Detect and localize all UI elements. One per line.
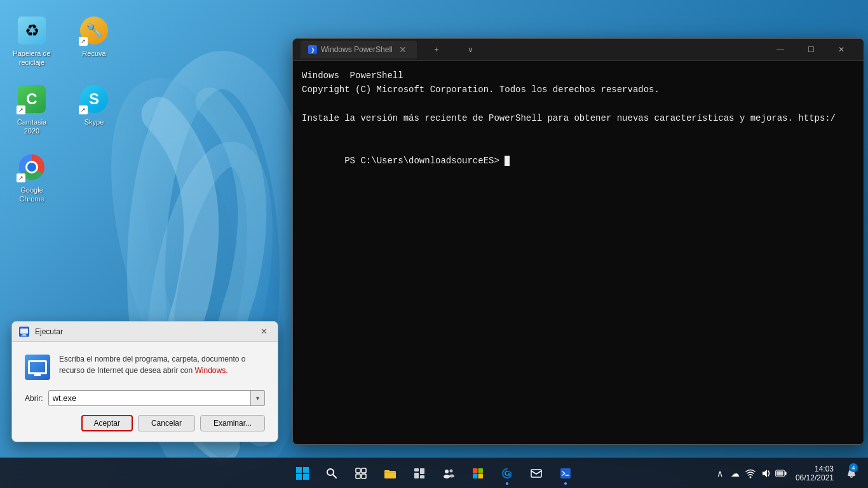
run-cancel-button[interactable]: Cancelar [138, 415, 195, 431]
svg-rect-13 [303, 467, 309, 473]
minimize-button[interactable]: — [766, 40, 795, 59]
svg-rect-24 [414, 468, 419, 471]
desktop: ♻ Papelera de reciclaje 🔧 ↗ Recuva C ↗ [0, 0, 868, 488]
widgets-button[interactable] [407, 461, 432, 486]
system-tray: ∧ ☁ [714, 468, 787, 479]
ps-line-4: Instale la versión más reciente de Power… [302, 111, 855, 125]
desktop-icons-container: ♻ Papelera de reciclaje 🔧 ↗ Recuva C ↗ [6, 13, 119, 207]
tab-dropdown-button[interactable]: ∨ [456, 40, 485, 59]
ps-line-3 [302, 97, 855, 111]
run-dialog-body: Escriba el nombre del programa, carpeta,… [12, 342, 278, 390]
start-button[interactable] [290, 461, 315, 486]
recycle-bin-icon: ♻ [18, 17, 46, 44]
file-explorer-button[interactable] [377, 461, 403, 486]
svg-rect-37 [560, 468, 571, 478]
edge-button[interactable] [494, 461, 520, 486]
run-input-row: Abrir: ▾ [12, 390, 278, 415]
run-dialog-icon [18, 326, 30, 337]
svg-rect-20 [356, 474, 360, 478]
svg-point-7 [27, 163, 36, 172]
taskbar-right: ∧ ☁ [714, 458, 868, 488]
powershell-content: Windows PowerShell Copyright (C) Microso… [293, 61, 864, 444]
mail-button[interactable] [524, 461, 549, 486]
clock-date: 06/12/2021 [796, 473, 834, 482]
tray-wifi-icon[interactable] [745, 468, 756, 479]
skype-icon-img: S ↗ [79, 84, 109, 114]
svg-rect-23 [384, 470, 390, 472]
svg-rect-12 [296, 467, 302, 473]
run-dialog-large-icon [25, 355, 50, 380]
svg-rect-33 [478, 468, 484, 473]
svg-rect-41 [785, 471, 786, 475]
microsoft-store-button[interactable] [465, 461, 491, 486]
ps-line-2: Copyright (C) Microsoft Corporation. Tod… [302, 83, 855, 97]
tray-volume-icon[interactable] [760, 468, 771, 479]
taskbar: ∧ ☁ [0, 458, 868, 488]
svg-rect-15 [303, 474, 309, 480]
recuva-label: Recuva [82, 49, 105, 58]
svg-rect-25 [420, 468, 424, 474]
desktop-icon-skype[interactable]: S ↗ Skype [69, 81, 119, 139]
ps-prompt-line: PS C:\Users\downloadsourceES> [302, 140, 855, 182]
tray-battery-icon[interactable] [775, 468, 787, 479]
ps-line-1: Windows PowerShell [302, 69, 855, 83]
close-button[interactable]: ✕ [827, 40, 856, 59]
teams-button[interactable] [436, 461, 461, 486]
recuva-icon-img: 🔧 ↗ [79, 15, 109, 46]
terminal-button[interactable] [553, 461, 578, 486]
svg-rect-36 [531, 470, 541, 477]
ps-cursor [505, 156, 510, 166]
run-dropdown-button[interactable]: ▾ [250, 391, 264, 405]
svg-point-31 [449, 474, 454, 477]
run-accept-button[interactable]: Aceptar [81, 415, 133, 431]
run-titlebar: Ejecutar ✕ [12, 322, 278, 342]
run-browse-button[interactable]: Examinar... [200, 415, 265, 431]
monitor-icon [28, 360, 47, 374]
powershell-tab-close[interactable]: ✕ [397, 43, 409, 56]
shortcut-arrow-skype: ↗ [79, 105, 88, 114]
powershell-window: ❯ Windows PowerShell ✕ + ∨ — ☐ ✕ Windows… [292, 38, 864, 445]
powershell-titlebar: ❯ Windows PowerShell ✕ + ∨ — ☐ ✕ [293, 39, 864, 61]
run-input-wrapper: ▾ [48, 390, 265, 406]
camtasia-label: Camtasia 2020 [9, 118, 55, 136]
tray-cloud-icon[interactable]: ☁ [729, 468, 741, 479]
svg-rect-27 [420, 475, 424, 478]
svg-rect-18 [356, 468, 360, 473]
camtasia-icon-img: C ↗ [17, 84, 47, 114]
taskbar-center [290, 461, 578, 486]
shortcut-arrow-camtasia: ↗ [17, 105, 25, 114]
svg-rect-9 [20, 329, 28, 334]
recycle-bin-icon-img: ♻ [17, 15, 47, 46]
svg-rect-10 [22, 334, 26, 336]
notification-center-button[interactable]: 4 [843, 461, 860, 486]
skype-label: Skype [85, 118, 104, 126]
desktop-icon-recycle-bin[interactable]: ♻ Papelera de reciclaje [6, 13, 57, 70]
run-input-field[interactable] [49, 391, 250, 405]
svg-line-17 [333, 475, 336, 478]
svg-point-39 [749, 476, 751, 478]
run-open-label: Abrir: [25, 394, 43, 403]
svg-rect-26 [414, 473, 419, 478]
maximize-button[interactable]: ☐ [796, 40, 825, 59]
chrome-label: Google Chrome [9, 186, 55, 204]
svg-point-30 [444, 475, 450, 478]
run-dialog-description: Escriba el nombre del programa, carpeta,… [59, 353, 265, 376]
svg-point-29 [450, 469, 453, 472]
svg-rect-34 [473, 473, 478, 478]
new-tab-button[interactable]: + [422, 40, 451, 59]
notification-badge: 4 [849, 463, 858, 472]
desktop-icon-camtasia[interactable]: C ↗ Camtasia 2020 [6, 81, 57, 139]
desktop-icon-recuva[interactable]: 🔧 ↗ Recuva [69, 13, 119, 70]
search-button[interactable] [319, 461, 344, 486]
task-view-button[interactable] [348, 461, 374, 486]
tray-up-arrow-icon[interactable]: ∧ [714, 468, 726, 479]
svg-rect-14 [296, 474, 302, 480]
run-description-link: Windows. [194, 366, 227, 375]
desktop-icon-chrome[interactable]: ↗ Google Chrome [6, 149, 57, 207]
shortcut-arrow-recuva: ↗ [79, 37, 88, 46]
ps-prompt-text: PS C:\Users\downloadsourceES> [344, 156, 505, 166]
powershell-tab[interactable]: ❯ Windows PowerShell ✕ [301, 41, 417, 58]
svg-rect-11 [21, 336, 27, 337]
system-clock[interactable]: 14:03 06/12/2021 [792, 462, 837, 485]
run-dialog-close-button[interactable]: ✕ [256, 324, 271, 339]
